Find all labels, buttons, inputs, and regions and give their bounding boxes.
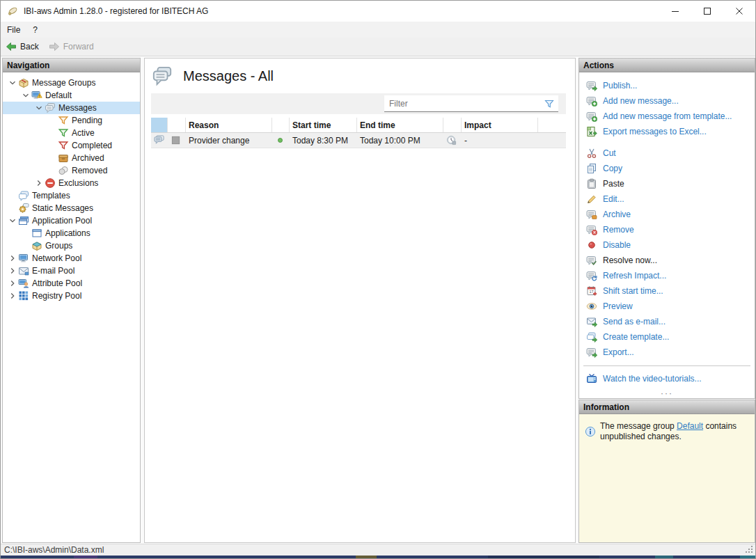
- action-refresh-impact[interactable]: Refresh Impact...: [579, 268, 755, 283]
- back-button[interactable]: Back: [1, 38, 44, 56]
- action-watch-the-video-tutorials[interactable]: Watch the video-tutorials...: [579, 371, 755, 386]
- tree-item-messages[interactable]: Messages: [3, 102, 140, 114]
- preview-icon: [586, 301, 597, 312]
- tree-item-groups[interactable]: Groups: [3, 239, 140, 252]
- chevron-right-icon[interactable]: [6, 265, 18, 276]
- tree-item-active[interactable]: Active: [3, 127, 140, 139]
- cell-text: -: [464, 136, 467, 145]
- action-cut[interactable]: Cut: [579, 145, 755, 161]
- action-archive[interactable]: Archive: [579, 207, 755, 222]
- tree-item-e-mail-pool[interactable]: E-mail Pool: [3, 265, 140, 277]
- action-create-template[interactable]: Create template...: [579, 329, 755, 345]
- chevron-spacer: [46, 127, 58, 139]
- tree-item-registry-pool[interactable]: Registry Pool: [3, 290, 140, 302]
- attribute-pool-icon: [18, 278, 29, 289]
- column-header-reason[interactable]: Reason: [186, 118, 272, 132]
- action-disable[interactable]: Disable: [579, 237, 755, 253]
- add-message-icon: [586, 95, 597, 107]
- svg-text:17: 17: [589, 290, 593, 294]
- action-send-as-e-mail[interactable]: Send as e-mail...: [579, 314, 755, 329]
- action-paste[interactable]: Paste: [579, 176, 755, 191]
- action-edit[interactable]: Edit...: [579, 191, 755, 207]
- tree-item-label: Attribute Pool: [32, 278, 82, 288]
- removed-icon: [58, 165, 69, 176]
- column-header-start-time[interactable]: Start time: [290, 118, 357, 132]
- column-header-label: End time: [360, 120, 395, 130]
- tree-item-default[interactable]: Default: [3, 89, 140, 102]
- chevron-down-icon[interactable]: [6, 215, 18, 226]
- chevron-down-icon[interactable]: [33, 102, 45, 113]
- chevron-down-icon[interactable]: [6, 77, 18, 88]
- cell-start: Today 8:30 PM: [290, 133, 357, 148]
- tree-item-label: Pending: [72, 116, 102, 125]
- filter-input[interactable]: [388, 98, 544, 109]
- tree-item-applications[interactable]: Applications: [3, 227, 140, 239]
- message-type-icon: [154, 135, 164, 145]
- column-header-end-time[interactable]: End time: [357, 118, 443, 132]
- chevron-right-icon[interactable]: [6, 278, 18, 289]
- tree-item-network-pool[interactable]: Network Pool: [3, 252, 140, 265]
- tree-item-application-pool[interactable]: Application Pool: [3, 214, 140, 227]
- action-copy[interactable]: Copy: [579, 161, 755, 176]
- tree-item-completed[interactable]: Completed: [3, 139, 140, 152]
- menu-help[interactable]: ?: [26, 23, 44, 37]
- column-header-label: Reason: [189, 120, 219, 130]
- maximize-button[interactable]: [691, 1, 723, 22]
- tree-item-label: Removed: [72, 166, 107, 175]
- action-preview[interactable]: Preview: [579, 299, 755, 314]
- action-label: Archive: [603, 210, 631, 219]
- menu-file[interactable]: File: [1, 23, 26, 37]
- archive-icon: [586, 209, 597, 220]
- static-messages-icon: [18, 203, 29, 214]
- column-header-empty[interactable]: [443, 118, 462, 132]
- impact-clock-icon: [446, 135, 457, 145]
- column-header-empty[interactable]: [151, 118, 168, 132]
- exclusions-icon: [45, 178, 56, 189]
- cell-text: Provider change: [189, 136, 249, 145]
- filter-funnel-icon[interactable]: [544, 98, 555, 109]
- column-header-empty[interactable]: [168, 118, 186, 132]
- chevron-right-icon[interactable]: [6, 253, 18, 264]
- action-label: Paste: [603, 179, 624, 189]
- table-row[interactable]: Provider changeToday 8:30 PMToday 10:00 …: [151, 133, 566, 148]
- action-label: Remove: [603, 225, 634, 235]
- actions-overflow-handle[interactable]: ···: [579, 389, 755, 397]
- action-shift-start-time[interactable]: 17Shift start time...: [579, 283, 755, 299]
- status-active-icon: [275, 135, 285, 145]
- tree-item-attribute-pool[interactable]: Attribute Pool: [3, 277, 140, 290]
- copy-icon: [586, 163, 597, 174]
- tree-item-label: Groups: [45, 241, 72, 251]
- action-label: Add new message from template...: [603, 111, 732, 121]
- action-export-messages-to-excel[interactable]: Export messages to Excel...: [579, 124, 755, 139]
- title-bar: IBI-aws Admin 1.28.0 - registered for IB…: [1, 1, 755, 22]
- back-arrow-icon: [6, 41, 17, 52]
- action-publish[interactable]: Publish...: [579, 78, 755, 93]
- minimize-button[interactable]: [659, 1, 691, 22]
- menu-bar: File ?: [1, 22, 755, 38]
- action-resolve-now[interactable]: Resolve now...: [579, 253, 755, 268]
- close-button[interactable]: [723, 1, 755, 22]
- forward-arrow-icon: [49, 41, 60, 52]
- column-header-impact[interactable]: Impact: [462, 118, 538, 132]
- forward-button[interactable]: Forward: [44, 38, 99, 56]
- tree-item-static-messages[interactable]: Static Messages: [3, 202, 140, 214]
- action-remove[interactable]: Remove: [579, 222, 755, 237]
- default-group-link[interactable]: Default: [677, 421, 703, 431]
- action-export[interactable]: Export...: [579, 345, 755, 360]
- column-header-empty[interactable]: [272, 118, 290, 132]
- action-add-new-message[interactable]: Add new message...: [579, 93, 755, 109]
- chevron-right-icon[interactable]: [6, 290, 18, 301]
- tree-item-label: Templates: [32, 191, 70, 200]
- information-panel-header: Information: [579, 400, 755, 414]
- chevron-right-icon[interactable]: [33, 178, 45, 189]
- tree-item-exclusions[interactable]: Exclusions: [3, 177, 140, 189]
- tree-item-message-groups[interactable]: Message Groups: [3, 77, 140, 89]
- chevron-down-icon[interactable]: [19, 90, 31, 101]
- tree-item-pending[interactable]: Pending: [3, 114, 140, 127]
- tree-item-removed[interactable]: Removed: [3, 164, 140, 177]
- resize-grip-icon[interactable]: [743, 544, 755, 555]
- tree-item-label: Registry Pool: [32, 291, 81, 301]
- action-add-new-message-from-template[interactable]: Add new message from template...: [579, 109, 755, 124]
- tree-item-templates[interactable]: Templates: [3, 189, 140, 202]
- tree-item-archived[interactable]: Archived: [3, 152, 140, 164]
